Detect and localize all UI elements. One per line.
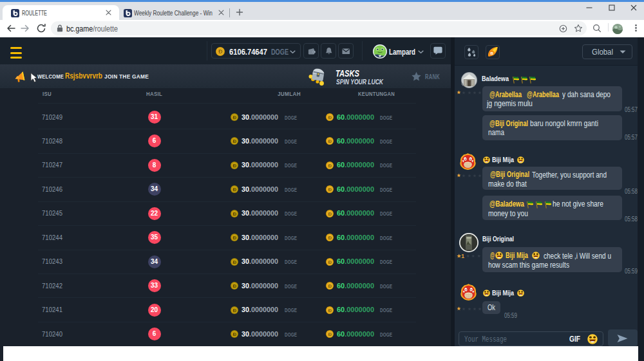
svg-text:Ð: Ð [232, 211, 236, 217]
svg-text:Ð: Ð [328, 187, 332, 192]
svg-text:Ð: Ð [232, 259, 236, 264]
svg-text:Ð: Ð [218, 48, 223, 55]
svg-text:Ð: Ð [328, 163, 332, 169]
svg-text:Ð: Ð [328, 307, 332, 313]
svg-text:Ð: Ð [328, 138, 332, 144]
svg-text:Ð: Ð [232, 283, 236, 289]
svg-text:Ð: Ð [232, 331, 236, 337]
svg-text:Ð: Ð [232, 235, 236, 241]
svg-text:Ð: Ð [232, 163, 236, 169]
svg-text:Ð: Ð [232, 187, 236, 192]
svg-text:B: B [491, 50, 494, 55]
svg-text:Ð: Ð [328, 235, 332, 241]
svg-text:Ð: Ð [232, 115, 236, 120]
svg-text:Ð: Ð [328, 115, 332, 120]
svg-text:Ð: Ð [328, 331, 332, 337]
svg-text:Ð: Ð [232, 307, 236, 313]
svg-text:Ð: Ð [328, 259, 332, 264]
svg-text:Ð: Ð [328, 211, 332, 217]
svg-text:Ð: Ð [328, 283, 332, 289]
svg-text:Ð: Ð [232, 138, 236, 144]
